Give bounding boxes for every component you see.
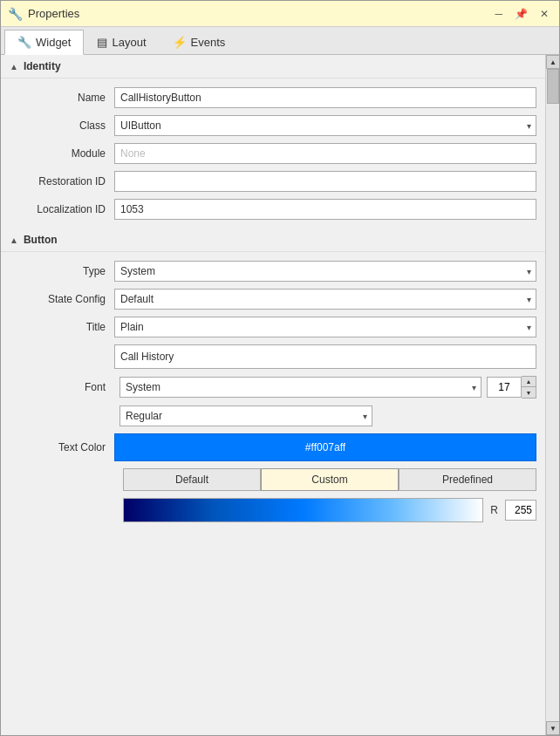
font-size-input[interactable] xyxy=(487,377,522,398)
title-text-input[interactable] xyxy=(114,344,536,369)
identity-section-body: Name Class UIButton Module xyxy=(1,78,545,228)
button-section-title: Button xyxy=(24,234,58,246)
title-bar-right: ─ 📌 ✕ xyxy=(491,6,552,22)
font-size-up-button[interactable]: ▲ xyxy=(522,377,536,387)
button-collapse-icon[interactable]: ▲ xyxy=(10,235,18,245)
close-button[interactable]: ✕ xyxy=(536,6,552,22)
widget-tab-icon: 🔧 xyxy=(17,36,31,49)
r-channel-input[interactable] xyxy=(505,500,536,521)
restoration-input[interactable] xyxy=(114,171,536,192)
text-color-value: #ff007aff xyxy=(305,441,345,453)
tab-events-label: Events xyxy=(191,36,226,49)
window-title: Properties xyxy=(28,7,79,20)
identity-section-title: Identity xyxy=(24,60,61,72)
localization-control xyxy=(114,199,536,220)
name-row: Name xyxy=(1,84,545,112)
localization-input[interactable] xyxy=(114,199,536,220)
scroll-up-button[interactable]: ▲ xyxy=(546,55,559,69)
color-buttons-row: Default Custom Predefined xyxy=(114,465,545,494)
name-label: Name xyxy=(10,92,114,104)
module-row: Module xyxy=(1,140,545,167)
wrench-icon: 🔧 xyxy=(8,7,23,21)
module-control xyxy=(114,143,536,164)
module-input[interactable] xyxy=(114,143,536,164)
font-size-down-button[interactable]: ▼ xyxy=(522,387,536,398)
main-panel: ▲ Identity Name Class UIButton xyxy=(1,55,545,735)
pin-button[interactable]: ─ xyxy=(491,6,506,22)
r-channel-label: R xyxy=(490,504,498,516)
font-size-container: ▲ ▼ xyxy=(487,376,536,399)
state-config-label: State Config xyxy=(10,293,114,305)
font-row: Font System ▲ ▼ xyxy=(1,372,545,402)
font-style-select[interactable]: Regular xyxy=(120,405,372,426)
tab-widget-label: Widget xyxy=(36,36,71,49)
title-bar-left: 🔧 Properties xyxy=(8,7,79,21)
title-select-wrapper: Plain xyxy=(114,317,536,337)
state-config-select-wrapper: Default xyxy=(114,289,536,310)
color-custom-button[interactable]: Custom xyxy=(261,468,399,491)
restoration-row: Restoration ID xyxy=(1,167,545,195)
identity-section-header: ▲ Identity xyxy=(1,55,545,78)
name-input[interactable] xyxy=(114,87,536,108)
color-default-button[interactable]: Default xyxy=(123,468,261,491)
scrollbar-track[interactable] xyxy=(546,69,559,721)
tab-bar: 🔧 Widget ▤ Layout ⚡ Events xyxy=(1,27,559,55)
title-text-row xyxy=(1,341,545,372)
color-gradient[interactable] xyxy=(123,498,483,522)
state-config-select[interactable]: Default xyxy=(114,289,536,310)
unpin-button[interactable]: 📌 xyxy=(511,6,531,22)
tab-layout[interactable]: ▤ Layout xyxy=(84,30,159,54)
text-color-row: Text Color #ff007aff xyxy=(1,430,545,465)
button-section-header: ▲ Button xyxy=(1,228,545,252)
tab-layout-label: Layout xyxy=(112,36,146,49)
module-label: Module xyxy=(10,147,114,160)
scrollbar: ▲ ▼ xyxy=(545,55,559,735)
class-select[interactable]: UIButton xyxy=(114,115,536,136)
color-predefined-button[interactable]: Predefined xyxy=(399,468,536,491)
title-label: Title xyxy=(10,321,114,333)
tab-events[interactable]: ⚡ Events xyxy=(160,30,239,54)
color-preview-row: R xyxy=(114,494,545,526)
font-select-wrapper: System xyxy=(120,377,481,398)
class-select-wrapper: UIButton xyxy=(114,115,536,136)
layout-tab-icon: ▤ xyxy=(97,36,107,49)
localization-label: Localization ID xyxy=(10,203,114,215)
type-select[interactable]: System xyxy=(114,261,536,282)
button-section-body: Type System State Config Default xyxy=(1,252,545,531)
scrollbar-thumb[interactable] xyxy=(547,69,559,104)
properties-window: 🔧 Properties ─ 📌 ✕ 🔧 Widget ▤ Layout ⚡ E… xyxy=(0,0,560,736)
tab-widget[interactable]: 🔧 Widget xyxy=(4,30,84,55)
identity-collapse-icon[interactable]: ▲ xyxy=(10,62,18,72)
font-style-row: Regular xyxy=(1,402,545,430)
font-size-spinner: ▲ ▼ xyxy=(522,376,536,399)
title-bar: 🔧 Properties ─ 📌 ✕ xyxy=(1,1,559,27)
class-row: Class UIButton xyxy=(1,112,545,140)
scroll-down-button[interactable]: ▼ xyxy=(546,721,559,735)
text-color-label: Text Color xyxy=(10,441,114,453)
font-style-select-wrapper: Regular xyxy=(120,405,372,426)
title-text-control xyxy=(114,344,536,369)
type-select-wrapper: System xyxy=(114,261,536,282)
class-label: Class xyxy=(10,119,114,132)
restoration-label: Restoration ID xyxy=(10,175,114,187)
name-control xyxy=(114,87,536,108)
events-tab-icon: ⚡ xyxy=(173,36,187,49)
content-area: ▲ Identity Name Class UIButton xyxy=(1,55,559,735)
type-label: Type xyxy=(10,265,114,277)
localization-row: Localization ID xyxy=(1,195,545,223)
text-color-swatch[interactable]: #ff007aff xyxy=(114,433,536,461)
type-row: Type System xyxy=(1,257,545,285)
title-row: Title Plain xyxy=(1,313,545,341)
restoration-control xyxy=(114,171,536,192)
font-select[interactable]: System xyxy=(120,377,481,398)
title-select[interactable]: Plain xyxy=(114,317,536,337)
state-config-row: State Config Default xyxy=(1,285,545,313)
font-label: Font xyxy=(10,381,114,393)
